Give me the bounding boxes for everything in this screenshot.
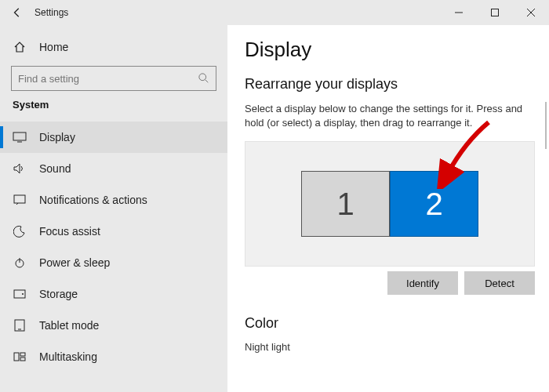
nav-label: Tablet mode xyxy=(39,319,99,332)
category-header: System xyxy=(0,99,227,111)
maximize-icon xyxy=(491,9,499,16)
svg-rect-17 xyxy=(20,358,25,361)
display-arrangement-area[interactable]: 1 2 xyxy=(245,141,535,267)
sidebar: Home System Display Sound Notifications … xyxy=(0,25,227,392)
search-icon xyxy=(198,73,209,84)
nav-label: Multitasking xyxy=(39,350,97,363)
nav-sound[interactable]: Sound xyxy=(0,153,227,184)
title-bar: Settings xyxy=(0,0,549,25)
nav-power-sleep[interactable]: Power & sleep xyxy=(0,247,227,278)
maximize-button[interactable] xyxy=(477,0,513,25)
page-title: Display xyxy=(245,38,535,62)
notifications-icon xyxy=(13,193,27,207)
nav-label: Storage xyxy=(39,288,78,300)
multitasking-icon xyxy=(13,350,27,364)
back-button[interactable] xyxy=(0,0,35,25)
identify-button[interactable]: Identify xyxy=(387,271,458,295)
svg-line-5 xyxy=(205,80,209,83)
svg-rect-6 xyxy=(13,132,26,140)
svg-point-12 xyxy=(22,293,24,295)
annotation-arrow-icon xyxy=(434,118,496,189)
tablet-icon xyxy=(13,318,27,332)
focus-assist-icon xyxy=(13,224,27,238)
nav-display[interactable]: Display xyxy=(0,122,227,153)
nav-notifications[interactable]: Notifications & actions xyxy=(0,184,227,216)
nav-storage[interactable]: Storage xyxy=(0,278,227,310)
nav-label: Notifications & actions xyxy=(39,194,147,206)
nav-label: Display xyxy=(39,131,75,143)
detect-button[interactable]: Detect xyxy=(464,271,535,295)
home-nav[interactable]: Home xyxy=(0,31,227,63)
home-icon xyxy=(13,40,27,54)
svg-rect-8 xyxy=(14,195,25,203)
search-box[interactable] xyxy=(11,66,216,91)
arrow-left-icon xyxy=(12,7,23,18)
svg-point-4 xyxy=(199,74,206,81)
nav-focus-assist[interactable]: Focus assist xyxy=(0,216,227,247)
svg-rect-1 xyxy=(492,9,499,16)
section-title: Rearrange your displays xyxy=(245,76,535,93)
scrollbar[interactable] xyxy=(545,102,547,149)
display-buttons-row: Identify Detect xyxy=(245,271,535,295)
nav-label: Sound xyxy=(39,162,71,175)
main-content: Display Rearrange your displays Select a… xyxy=(227,25,549,392)
nav-label: Power & sleep xyxy=(39,256,110,269)
window-title: Settings xyxy=(35,7,68,18)
storage-icon xyxy=(13,287,27,301)
close-button[interactable] xyxy=(513,0,549,25)
night-light-label: Night light xyxy=(245,341,535,353)
search-input[interactable] xyxy=(18,73,198,85)
home-label: Home xyxy=(39,41,68,53)
sound-icon xyxy=(13,162,27,176)
minimize-button[interactable] xyxy=(441,0,477,25)
nav-multitasking[interactable]: Multitasking xyxy=(0,341,227,372)
color-section-title: Color xyxy=(245,315,535,332)
close-icon xyxy=(527,9,535,16)
svg-rect-15 xyxy=(14,353,19,361)
power-icon xyxy=(13,256,27,270)
svg-rect-16 xyxy=(20,353,25,356)
display-icon xyxy=(13,130,27,144)
nav-tablet-mode[interactable]: Tablet mode xyxy=(0,310,227,341)
minimize-icon xyxy=(455,9,463,16)
monitor-1[interactable]: 1 xyxy=(301,171,390,237)
nav-label: Focus assist xyxy=(39,225,100,238)
